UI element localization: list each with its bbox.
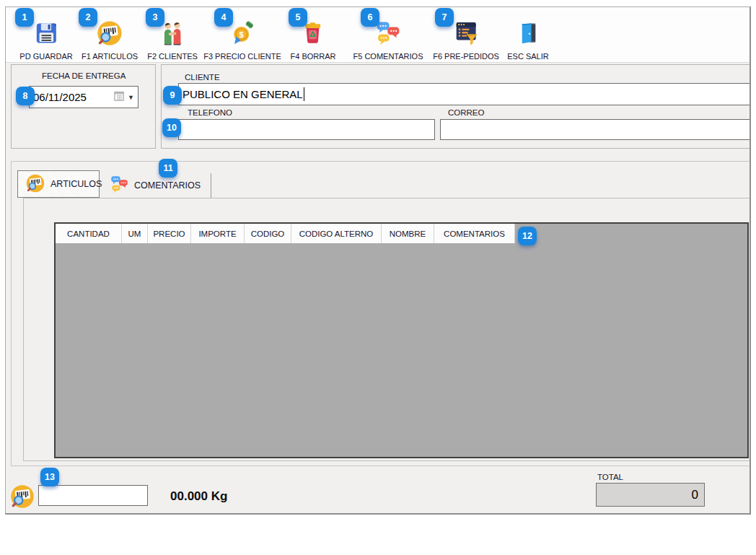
svg-text:$: $	[239, 30, 244, 39]
barcode-search-icon	[25, 173, 45, 196]
screenshot-stage: PD GUARDAR	[0, 0, 756, 555]
tab-divider	[211, 173, 211, 198]
chat-bubbles-icon	[374, 19, 401, 50]
callout-badge-11: 11	[159, 159, 177, 178]
total-value-field: 0	[596, 483, 705, 507]
delete-button-label: F4 BORRAR	[291, 52, 336, 61]
callout-badge-10: 10	[162, 118, 181, 137]
tab-articulos[interactable]: ARTICULOS	[17, 170, 100, 198]
scan-code-input[interactable]	[38, 485, 148, 506]
callout-badge-9: 9	[163, 86, 182, 105]
date-dropdown-arrow-icon[interactable]: ▼	[128, 94, 134, 101]
client-label: CLIENTE	[185, 73, 220, 82]
delivery-date-label: FECHA DE ENTREGA	[42, 71, 126, 80]
client-panel: CLIENTE PUBLICO EN GENERAL TELEFONO CORR…	[161, 64, 751, 149]
callout-badge-7: 7	[435, 8, 454, 27]
callout-badge-8: 8	[16, 87, 35, 105]
comments-button-label: F5 COMENTARIOS	[353, 52, 423, 61]
price-coin-tag-icon: $	[229, 19, 255, 50]
callout-badge-12: 12	[518, 227, 537, 245]
clients-button-label: F2 CLIENTES	[147, 52, 198, 61]
email-input[interactable]	[440, 119, 751, 140]
calendar-icon	[114, 91, 125, 104]
exit-button-label: ESC SALIR	[507, 52, 548, 61]
articles-grid: CANTIDAD UM PRECIO IMPORTE CODIGO CODIGO…	[54, 222, 749, 458]
save-icon	[33, 19, 59, 50]
column-header-codigo-alterno[interactable]: CODIGO ALTERNO	[291, 224, 382, 243]
column-header-precio[interactable]: PRECIO	[148, 224, 191, 243]
order-entry-window: PD GUARDAR	[5, 6, 751, 515]
exit-button[interactable]: ESC SALIR	[507, 12, 548, 61]
tab-comentarios[interactable]: COMENTARIOS	[102, 173, 211, 198]
delivery-date-value: 06/11/2025	[33, 91, 111, 103]
articles-button-label: F1 ARTICULOS	[82, 52, 138, 61]
exit-door-icon	[516, 19, 540, 50]
column-header-um[interactable]: UM	[122, 224, 148, 243]
save-button-label: PD GUARDAR	[19, 52, 72, 61]
phone-label: TELEFONO	[188, 108, 232, 117]
tab-control: ARTICULOS COMENTARIOS	[11, 161, 751, 466]
email-label: CORREO	[448, 108, 484, 117]
column-header-importe[interactable]: IMPORTE	[191, 224, 245, 243]
callout-badge-3: 3	[146, 8, 164, 27]
text-caret	[304, 87, 304, 101]
callout-badge-4: 4	[214, 8, 233, 27]
barcode-search-icon	[9, 484, 35, 512]
total-label: TOTAL	[597, 473, 623, 481]
column-header-comentarios[interactable]: COMENTARIOS	[434, 224, 515, 243]
weight-display: 00.000 Kg	[170, 489, 227, 504]
client-input[interactable]: PUBLICO EN GENERAL	[178, 83, 751, 105]
pre-orders-funnel-icon	[452, 19, 480, 50]
phone-input[interactable]	[178, 119, 435, 140]
callout-badge-5: 5	[289, 8, 307, 27]
callout-badge-6: 6	[361, 8, 379, 27]
grid-header-row: CANTIDAD UM PRECIO IMPORTE CODIGO CODIGO…	[56, 224, 747, 243]
pre-orders-button-label: F6 PRE-PEDIDOS	[433, 52, 499, 61]
barcode-search-icon	[96, 19, 123, 50]
client-price-button-label: F3 PRECIO CLIENTE	[203, 52, 281, 61]
column-header-nombre[interactable]: NOMBRE	[382, 224, 434, 243]
chat-bubbles-icon	[110, 175, 129, 196]
delivery-date-picker[interactable]: 06/11/2025 ▼	[29, 86, 139, 108]
tab-page-articulos: CANTIDAD UM PRECIO IMPORTE CODIGO CODIGO…	[23, 198, 750, 461]
column-header-codigo[interactable]: CODIGO	[245, 224, 291, 243]
callout-badge-13: 13	[40, 468, 59, 486]
delivery-date-panel: FECHA DE ENTREGA 06/11/2025 ▼	[11, 64, 156, 149]
grid-empty-body[interactable]	[56, 243, 747, 457]
column-header-cantidad[interactable]: CANTIDAD	[56, 224, 122, 243]
tab-comentarios-label: COMENTARIOS	[134, 180, 201, 191]
callout-badge-1: 1	[15, 8, 34, 27]
tab-articulos-label: ARTICULOS	[50, 179, 102, 189]
client-input-value: PUBLICO EN GENERAL	[183, 88, 303, 100]
callout-badge-2: 2	[79, 8, 97, 27]
total-value: 0	[692, 488, 698, 502]
